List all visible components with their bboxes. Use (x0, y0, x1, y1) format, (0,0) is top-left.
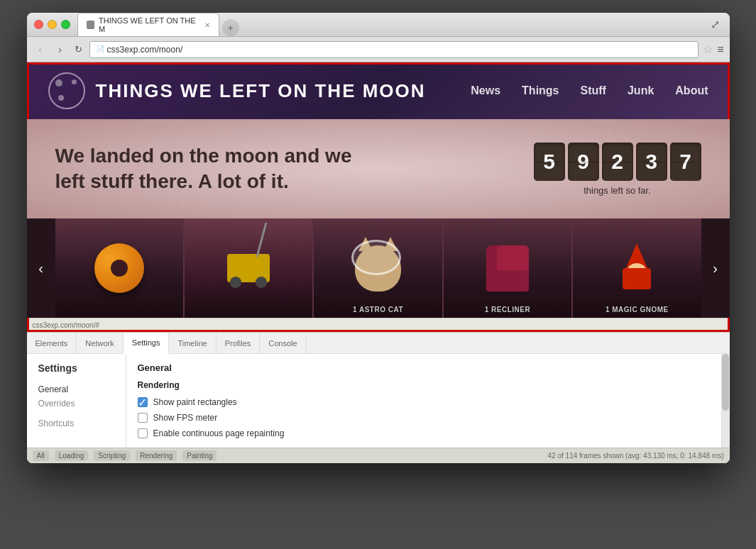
cat-helmet (351, 240, 401, 275)
title-bar: THINGS WE LEFT ON THE M ✕ + ⤢ (27, 13, 730, 37)
gallery-item-gnome[interactable]: 1 MAGIC GNOME (573, 218, 701, 318)
scrollbar-track[interactable] (721, 354, 730, 448)
counter-area: 5 9 2 3 7 things left so far. (534, 143, 701, 196)
mower-image (185, 218, 312, 318)
gnome-image (573, 218, 701, 318)
recliner-seat (486, 270, 529, 284)
mower-wheel-left (230, 277, 241, 288)
toolbar-rendering-button[interactable]: Rendering (136, 450, 177, 461)
devtools-content: General Rendering ✓ Show paint rectangle… (126, 354, 721, 448)
devtools-sidebar: Settings General Overrides Shortcuts (27, 354, 126, 448)
setting-continuous-repainting: Enable continuous page repainting (138, 428, 710, 438)
scrollbar-thumb[interactable] (722, 354, 729, 411)
devtools-section-heading: General (138, 362, 710, 373)
menu-icon[interactable]: ≡ (717, 43, 723, 56)
moon-crater-3 (58, 95, 64, 101)
cat-image (314, 218, 442, 318)
label-continuous-repainting: Enable continuous page repainting (153, 428, 285, 438)
hero-text: We landed on the moon and we left stuff … (55, 143, 382, 195)
gallery-next-button[interactable]: › (701, 218, 730, 318)
devtools-tab-profiles[interactable]: Profiles (217, 333, 261, 354)
checkbox-fps-meter[interactable] (138, 413, 148, 423)
site-nav: News Things Stuff Junk About (471, 84, 708, 97)
website-frame: THINGS WE LEFT ON THE MOON News Things S… (27, 62, 730, 332)
nav-about[interactable]: About (675, 84, 708, 97)
nav-stuff[interactable]: Stuff (581, 84, 606, 97)
status-bar: css3exp.com/moon/# (27, 318, 730, 332)
devtools-tab-settings[interactable]: Settings (124, 333, 170, 354)
gallery-prev-button[interactable]: ‹ (27, 218, 55, 318)
gnome-body (619, 243, 654, 293)
devtools-sidebar-overrides[interactable]: Overrides (38, 396, 114, 411)
recliner-shape (486, 245, 529, 292)
setting-paint-rectangles: ✓ Show paint rectangles (138, 397, 710, 407)
counter-label: things left so far. (584, 185, 651, 196)
gallery-item-donut[interactable] (55, 218, 185, 318)
checkbox-paint-rectangles[interactable]: ✓ (138, 397, 148, 407)
toolbar-scripting-button[interactable]: Scripting (94, 450, 130, 461)
toolbar-loading-button[interactable]: Loading (55, 450, 89, 461)
url-icon: 📄 (96, 45, 104, 53)
devtools-rendering-title: Rendering (138, 380, 710, 390)
new-tab-button[interactable]: + (222, 19, 239, 36)
url-bar[interactable]: 📄 css3exp.com/moon/ (89, 41, 699, 58)
gallery-items: 1 ASTRO CAT 1 RECLINER (55, 218, 701, 318)
digit-2: 2 (602, 143, 633, 181)
toolbar-status-text: 42 of 114 frames shown (avg: 43.130 ms; … (548, 452, 724, 460)
gallery-section: ‹ (27, 218, 730, 318)
gallery-item-recliner[interactable]: 1 RECLINER (444, 218, 573, 318)
devtools-tab-console[interactable]: Console (260, 333, 306, 354)
checkbox-continuous-repainting[interactable] (138, 428, 148, 438)
devtools-tabs: Elements Network Settings Timeline Profi… (27, 333, 307, 354)
chair-image (444, 218, 571, 318)
digit-3: 3 (636, 143, 667, 181)
nav-news[interactable]: News (471, 84, 500, 97)
window-expand-icon[interactable]: ⤢ (708, 18, 723, 32)
donut-image (55, 218, 183, 318)
back-button[interactable]: ‹ (33, 42, 48, 57)
minimize-button[interactable] (48, 20, 57, 29)
mower-wheel-right (256, 277, 267, 288)
counter-digits: 5 9 2 3 7 (534, 143, 701, 181)
nav-things[interactable]: Things (522, 84, 559, 97)
gallery-item-cat[interactable]: 1 ASTRO CAT (314, 218, 443, 318)
tab-close-icon[interactable]: ✕ (204, 21, 210, 29)
gnome-coat (623, 268, 651, 289)
mower-body (227, 254, 270, 282)
browser-tab[interactable]: THINGS WE LEFT ON THE M ✕ (77, 13, 219, 36)
maximize-button[interactable] (61, 20, 70, 29)
donut-shape (94, 243, 144, 293)
devtools-body: Settings General Overrides Shortcuts Gen… (27, 354, 730, 448)
site-title: THINGS WE LEFT ON THE MOON (96, 80, 426, 102)
devtools-tab-network[interactable]: Network (77, 333, 123, 354)
gallery-label-recliner: 1 RECLINER (444, 306, 571, 314)
toolbar-all-button[interactable]: All (33, 450, 49, 461)
devtools-sidebar-general[interactable]: General (38, 382, 114, 396)
donut-hole (111, 260, 128, 277)
devtools-sidebar-shortcuts[interactable]: Shortcuts (38, 416, 114, 431)
tab-favicon (87, 21, 95, 29)
toolbar-painting-button[interactable]: Painting (182, 450, 217, 461)
devtools-panel: Elements Network Settings Timeline Profi… (27, 332, 730, 463)
nav-junk[interactable]: Junk (628, 84, 654, 97)
address-bar: ‹ › ↻ 📄 css3exp.com/moon/ ☆ ≡ (27, 37, 730, 62)
mower-handle (256, 222, 268, 257)
tab-area: THINGS WE LEFT ON THE M ✕ + (77, 13, 708, 36)
forward-button[interactable]: › (53, 42, 68, 57)
label-paint-rectangles: Show paint rectangles (153, 397, 237, 407)
moon-logo-icon (48, 72, 85, 109)
bottom-toolbar: All Loading Scripting Rendering Painting… (27, 448, 730, 463)
digit-5: 5 (534, 143, 565, 181)
gallery-item-mower[interactable] (185, 218, 314, 318)
traffic-lights (34, 20, 70, 29)
reload-button[interactable]: ↻ (72, 43, 85, 56)
devtools-tab-timeline[interactable]: Timeline (169, 333, 216, 354)
cat-body (355, 245, 401, 292)
close-button[interactable] (34, 20, 43, 29)
gallery-label-cat: 1 ASTRO CAT (314, 306, 442, 314)
tab-title: THINGS WE LEFT ON THE M (99, 16, 200, 33)
bookmark-icon[interactable]: ☆ (703, 43, 713, 56)
gallery-label-gnome: 1 MAGIC GNOME (573, 306, 701, 314)
devtools-tab-elements[interactable]: Elements (27, 333, 77, 354)
devtools-header: Elements Network Settings Timeline Profi… (27, 333, 730, 354)
